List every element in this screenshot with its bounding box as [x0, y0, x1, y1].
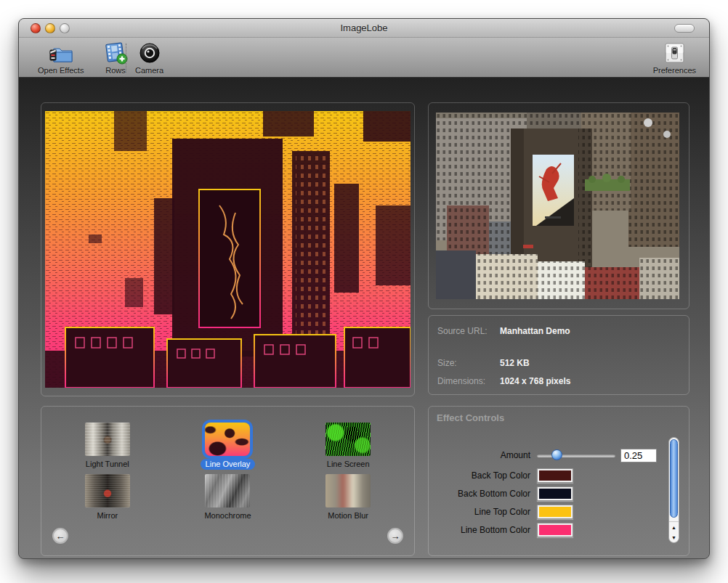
- effect-controls-title: Effect Controls: [437, 412, 504, 423]
- title-bar[interactable]: ImageLobe: [19, 19, 709, 38]
- size-label: Size:: [437, 358, 500, 368]
- scroll-up-icon: ▲: [671, 525, 676, 530]
- source-image: [436, 113, 679, 299]
- effect-label: Line Overlay: [201, 459, 256, 470]
- scroll-down-icon: ▼: [671, 535, 676, 540]
- effect-item-monochrome[interactable]: Monochrome: [199, 474, 256, 521]
- controls-scrollbar[interactable]: ▲ ▼: [668, 437, 679, 543]
- back-bottom-color-chip: [539, 489, 571, 499]
- effect-thumbnail-light-tunnel[interactable]: [85, 423, 130, 456]
- scrollbar-thumb[interactable]: [670, 439, 678, 518]
- open-effects-folder-icon: [48, 41, 74, 65]
- effect-label: Monochrome: [199, 510, 256, 521]
- line-bottom-color-well[interactable]: [537, 523, 573, 537]
- toolbar-toggle-button[interactable]: [674, 24, 695, 33]
- right-arrow-icon: →: [391, 531, 400, 541]
- effect-thumbnail-motion-blur[interactable]: [325, 474, 371, 507]
- open-effects-button[interactable]: Open Effects: [38, 41, 84, 75]
- line-bottom-color-label: Line Bottom Color: [434, 525, 530, 535]
- back-top-color-well[interactable]: [537, 468, 573, 483]
- amount-label: Amount: [434, 450, 530, 460]
- back-bottom-color-label: Back Bottom Color: [434, 489, 530, 499]
- app-window: ImageLobe Open Effects: [18, 18, 710, 559]
- line-top-color-well[interactable]: [537, 505, 573, 519]
- rows-label: Rows: [105, 66, 126, 75]
- effect-item-motion-blur[interactable]: Motion Blur: [323, 474, 373, 521]
- preview-panel: [41, 102, 415, 396]
- effect-label: Light Tunnel: [81, 459, 134, 470]
- slider-thumb[interactable]: [551, 449, 562, 460]
- previous-effects-button[interactable]: ←: [52, 528, 68, 544]
- effect-item-light-tunnel[interactable]: Light Tunnel: [81, 423, 134, 470]
- preferences-switch-icon: [663, 41, 685, 65]
- effect-item-line-overlay[interactable]: Line Overlay: [201, 423, 256, 470]
- effect-label: Line Screen: [322, 459, 375, 470]
- source-url-value: Manhattan Demo: [500, 326, 570, 336]
- line-top-color-chip: [539, 507, 571, 517]
- left-arrow-icon: ←: [56, 531, 65, 541]
- source-image-panel: [428, 102, 689, 309]
- camera-icon: [138, 41, 161, 65]
- preferences-button[interactable]: Preferences: [653, 41, 696, 75]
- effect-controls-panel: Effect Controls Amount Back Top Color: [428, 406, 689, 556]
- amount-slider[interactable]: [537, 449, 615, 461]
- effect-item-mirror[interactable]: Mirror: [85, 474, 130, 521]
- window-title: ImageLobe: [19, 23, 709, 33]
- dimensions-value: 1024 x 768 pixels: [500, 376, 570, 386]
- camera-button[interactable]: Camera: [135, 41, 163, 75]
- next-effects-button[interactable]: →: [387, 528, 403, 544]
- source-url-label: Source URL:: [437, 326, 500, 336]
- line-bottom-color-chip: [539, 525, 571, 535]
- preferences-label: Preferences: [653, 66, 696, 75]
- open-effects-label: Open Effects: [38, 66, 84, 75]
- slider-track[interactable]: [537, 454, 615, 457]
- effect-preview-image: [45, 111, 410, 388]
- effect-thumbnail-line-overlay[interactable]: [205, 423, 250, 456]
- scroll-up-button[interactable]: ▲: [669, 522, 679, 532]
- effects-browser-panel: Light Tunnel Line Overlay Line Screen Mi…: [41, 406, 415, 556]
- rows-filmstrip-icon: [103, 41, 128, 65]
- back-top-color-label: Back Top Color: [434, 470, 530, 481]
- line-top-color-label: Line Top Color: [434, 507, 530, 517]
- effect-thumbnail-mirror[interactable]: [85, 474, 130, 507]
- image-info-panel: Source URL: Manhattan Demo Size: 512 KB …: [428, 315, 689, 395]
- effect-label: Mirror: [92, 510, 123, 521]
- toolbar: Open Effects: [19, 38, 709, 78]
- camera-label: Camera: [135, 66, 163, 75]
- dimensions-label: Dimensions:: [437, 376, 500, 386]
- toolbar-separator: [126, 44, 126, 73]
- back-bottom-color-well[interactable]: [537, 486, 573, 501]
- effect-label: Motion Blur: [323, 510, 373, 521]
- size-value: 512 KB: [500, 358, 530, 368]
- effect-item-line-screen[interactable]: Line Screen: [322, 423, 375, 470]
- scroll-down-button[interactable]: ▼: [669, 532, 679, 542]
- effect-thumbnail-monochrome[interactable]: [205, 474, 250, 507]
- rows-button[interactable]: Rows: [103, 41, 128, 75]
- effect-thumbnail-line-screen[interactable]: [325, 423, 371, 456]
- amount-input[interactable]: [620, 449, 657, 462]
- content-area: Source URL: Manhattan Demo Size: 512 KB …: [19, 78, 709, 558]
- back-top-color-chip: [539, 470, 571, 481]
